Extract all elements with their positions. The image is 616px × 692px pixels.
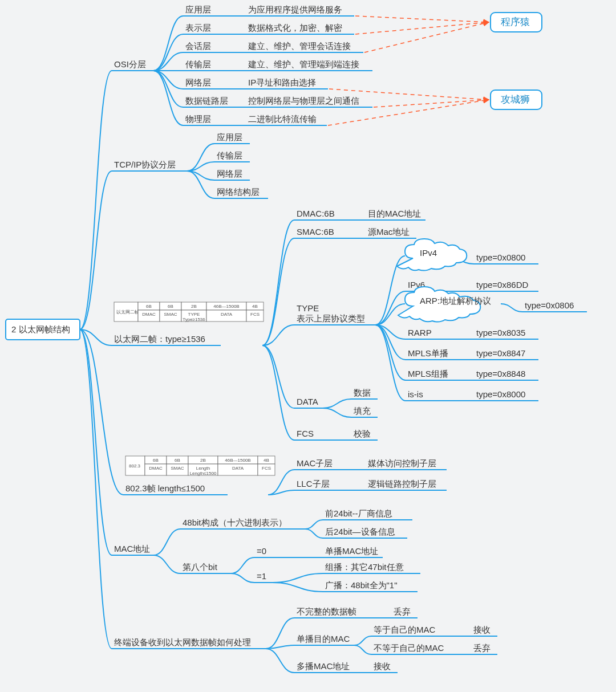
tv6: type=0x8000 [474, 389, 538, 401]
tcp-3-label: 网络结构层 [217, 187, 260, 197]
rv1b: 不等于自己的MAC [371, 643, 449, 654]
smac-label: SMAC:6B [297, 227, 334, 237]
osi-d5: 控制网络层与物理层之间通信 [246, 96, 372, 107]
tp3-label: RARP [408, 328, 432, 337]
osi-l3: 传输层 [183, 59, 218, 71]
tv2-label: type=0x0806 [525, 300, 574, 310]
type-sub: 表示上层协议类型 [297, 314, 365, 323]
osi-l5: 数据链路层 [183, 96, 237, 107]
tv4: type=0x8847 [474, 348, 538, 360]
data0: 数据 [351, 388, 378, 399]
rv1bd-label: 丢弃 [473, 643, 491, 653]
osi-l0: 应用层 [183, 5, 218, 16]
tv1: type=0x86DD [474, 280, 538, 291]
smac-d-label: 源Mac地址 [368, 227, 410, 237]
svg-text:TYPE: TYPE [188, 312, 200, 317]
svg-text:6B: 6B [175, 458, 180, 463]
ez-label: =0 [257, 546, 266, 556]
svg-text:6B: 6B [146, 304, 152, 309]
rv2-label: 多播MAC地址 [297, 661, 350, 671]
svg-text:2B: 2B [191, 304, 197, 309]
svg-text:6B: 6B [168, 304, 173, 309]
tv5: type=0x8848 [474, 369, 538, 380]
rv1b-label: 不等于自己的MAC [374, 643, 444, 653]
rv0d: 丢弃 [391, 606, 418, 618]
tv4-label: type=0x8847 [476, 348, 525, 358]
data1: 填充 [351, 406, 378, 417]
llc-d-label: 逻辑链路控制子层 [368, 479, 436, 489]
smac: SMAC:6B [294, 227, 338, 238]
tp5: MPLS组播 [406, 369, 452, 380]
svg-text:DMAC: DMAC [149, 466, 163, 471]
osi-l3-label: 传输层 [185, 59, 211, 69]
eo-label: =1 [257, 571, 266, 581]
osi: OSI分层 [112, 59, 153, 71]
llc-label: LLC子层 [297, 479, 330, 489]
tcp-2: 网络层 [214, 169, 250, 180]
mac: MAC地址 [112, 544, 153, 555]
dmac-d-label: 目的MAC地址 [368, 209, 421, 218]
recv: 终端设备收到以太网数据帧如何处理 [112, 637, 266, 649]
rv1a-label: 等于自己的MAC [374, 625, 436, 634]
svg-text:DATA: DATA [232, 466, 244, 471]
rv0d-label: 丢弃 [394, 606, 411, 616]
tv1-label: type=0x86DD [476, 280, 528, 290]
svg-text:4B: 4B [264, 458, 269, 463]
tp6-label: is-is [408, 389, 423, 399]
svg-text:6B: 6B [153, 458, 159, 463]
ieee: 802.3帧 length≤1500 [123, 483, 228, 495]
eo0-label: 组播：其它47bit任意 [325, 562, 404, 572]
fcs-d: 校验 [351, 429, 378, 440]
tv0: type=0x0800 [474, 253, 538, 264]
dmac-d: 目的MAC地址 [366, 209, 425, 220]
eth2-table: 以太网二帧6BDMAC6BSMAC2BTYPEType≥153646B—1500… [114, 302, 264, 322]
dmac-label: DMAC:6B [297, 209, 335, 218]
osi-l0-label: 应用层 [185, 5, 211, 14]
eo1-label: 广播：48bit全为"1" [325, 580, 398, 590]
osi-d4-label: IP寻址和路由选择 [248, 78, 316, 87]
tv6-label: type=0x8000 [476, 389, 525, 399]
rv2d-label: 接收 [374, 661, 391, 671]
svg-text:攻城狮: 攻城狮 [501, 94, 530, 105]
tv3: type=0x8035 [474, 328, 538, 339]
svg-text:以太网二帧: 以太网二帧 [116, 310, 139, 315]
rv0: 不完整的数据帧 [294, 606, 366, 618]
fcs-label: FCS [297, 429, 314, 438]
osi-d4: IP寻址和路由选择 [246, 78, 328, 89]
data0-label: 数据 [354, 388, 371, 397]
eighth: 第八个bit [180, 562, 231, 573]
tcp-1-label: 传输层 [217, 150, 242, 160]
svg-text:2B: 2B [200, 458, 206, 463]
osi-d3-label: 建立、维护、管理端到端连接 [248, 59, 359, 69]
dmac: DMAC:6B [294, 209, 338, 220]
bits: 48bit构成（十六进制表示） [180, 518, 305, 529]
osi-l6-label: 物理层 [185, 114, 211, 124]
svg-text:Type≥1536: Type≥1536 [183, 317, 205, 322]
svg-text:SMAC: SMAC [164, 312, 177, 317]
data1-label: 填充 [353, 406, 371, 416]
bits1: 后24bit—设备信息 [323, 527, 407, 538]
rv1a: 等于自己的MAC [371, 625, 440, 636]
tcp-2-label: 网络层 [217, 169, 242, 178]
osi-d2: 建立、维护、管理会话连接 [246, 41, 363, 52]
tv5-label: type=0x8848 [476, 369, 525, 378]
rv1-label: 单播目的MAC [297, 634, 350, 644]
eo1: 广播：48bit全为"1" [323, 580, 418, 592]
eo: =1 [254, 571, 273, 583]
svg-text:DATA: DATA [221, 312, 233, 317]
osi-d5-label: 控制网络层与物理层之间通信 [248, 96, 359, 105]
svg-text:Length: Length [196, 466, 210, 471]
ez: =0 [254, 546, 273, 557]
data: DATA [294, 397, 323, 408]
tp5-label: MPLS组播 [408, 369, 448, 378]
tp6: is-is [406, 389, 439, 401]
osi-d0: 为应用程序提供网络服务 [246, 5, 354, 16]
osi-d3: 建立、维护、管理端到端连接 [246, 59, 372, 71]
osi-d0-label: 为应用程序提供网络服务 [248, 5, 342, 14]
root-label: 2 以太网帧结构 [11, 324, 70, 334]
osi-l5-label: 数据链路层 [185, 96, 228, 105]
ieee-label: 802.3帧 length≤1500 [125, 483, 205, 493]
svg-text:SMAC: SMAC [171, 466, 184, 471]
eighth-label: 第八个bit [183, 562, 218, 572]
osi-d1: 数据格式化，加密、解密 [246, 23, 354, 34]
